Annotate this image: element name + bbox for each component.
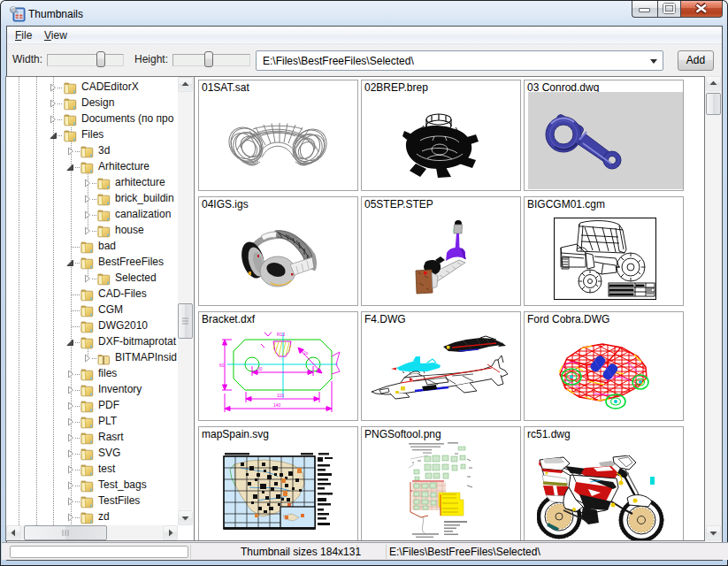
svg-text:30: 30 [257, 366, 263, 371]
svg-text:110: 110 [277, 393, 284, 398]
svg-text:140: 140 [273, 402, 281, 408]
svg-text:R12: R12 [277, 332, 285, 337]
svg-text:2x: 2x [303, 350, 309, 356]
svg-text:60: 60 [219, 363, 225, 368]
